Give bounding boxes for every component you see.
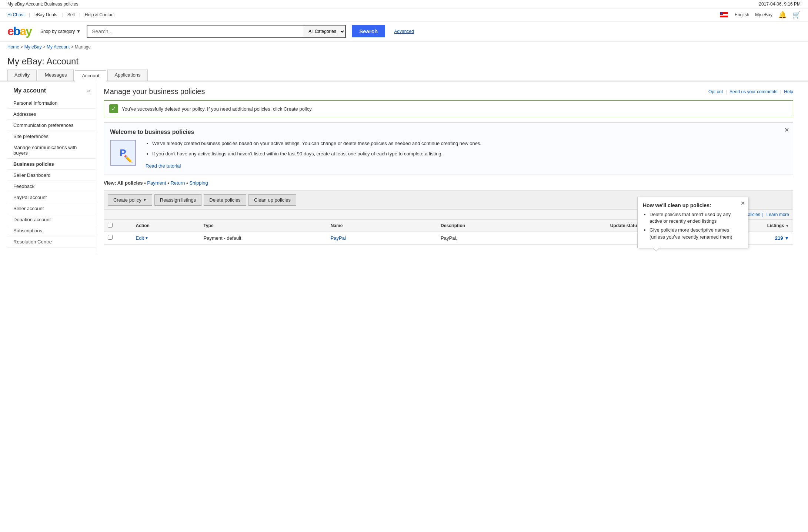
listings-dropdown-icon[interactable]: ▼: [784, 235, 789, 241]
shop-by-chevron-icon: ▼: [76, 29, 81, 34]
create-policy-button[interactable]: Create policy ▼: [108, 194, 152, 206]
search-bar: All Categories: [87, 25, 346, 38]
col-header-check: [104, 220, 132, 232]
row-checkbox[interactable]: [108, 235, 113, 240]
main-heading: My eBay: Account: [7, 56, 801, 67]
sidebar-item-communication-prefs[interactable]: Communication preferences: [7, 120, 96, 131]
success-message: You've successfully deleted your policy.…: [122, 106, 313, 112]
welcome-box: ✕ Welcome to business policies P ✏️ We'v…: [104, 122, 793, 175]
ebay-logo[interactable]: ebay: [7, 24, 31, 38]
sidebar-item-subscriptions[interactable]: Subscriptions: [7, 225, 96, 236]
select-all-checkbox[interactable]: [108, 223, 113, 228]
content-area: Manage your business policies Opt out | …: [96, 81, 801, 253]
sidebar-collapse-button[interactable]: «: [87, 88, 90, 94]
col-header-type: Type: [200, 220, 327, 232]
learn-more-link[interactable]: Learn more: [767, 212, 789, 217]
clean-up-policies-button[interactable]: Clean up policies: [248, 194, 296, 206]
page-datetime: 2017-04-06, 9:16 PM: [759, 1, 801, 7]
reassign-listings-button[interactable]: Reassign listings: [154, 194, 202, 206]
sidebar-item-manage-comms[interactable]: Manage communications with buyers: [7, 142, 96, 159]
sidebar-item-addresses[interactable]: Addresses: [7, 109, 96, 120]
greeting-link[interactable]: Hi Chris!: [7, 12, 24, 17]
view-shipping-link[interactable]: Shipping: [189, 180, 208, 186]
help-link[interactable]: Help: [784, 89, 793, 94]
page-title-bar: My eBay Account: Business policies 2017-…: [0, 0, 808, 9]
tooltip-bullet-1: Delete policies that aren't used by any …: [650, 211, 743, 225]
sidebar-title: My account: [13, 87, 46, 94]
svg-rect-2: [720, 16, 728, 18]
sidebar-item-seller-dashboard[interactable]: Seller Dashboard: [7, 170, 96, 181]
col-header-description: Description: [437, 220, 607, 232]
success-banner: ✓ You've successfully deleted your polic…: [104, 100, 793, 117]
content-links: Opt out | Send us your comments | Help: [708, 89, 793, 94]
sidebar-item-business-policies[interactable]: Business policies: [7, 159, 96, 170]
svg-text:+: +: [721, 13, 722, 15]
cleanup-tooltip: ✕ How we'll clean up policies: Delete po…: [637, 197, 748, 248]
tab-applications[interactable]: Applications: [107, 70, 147, 81]
welcome-icon: P ✏️: [110, 140, 140, 166]
myebay-link[interactable]: My eBay: [755, 12, 772, 17]
row-description: PayPal,: [437, 232, 607, 244]
breadcrumb-myebay[interactable]: My eBay: [24, 44, 42, 50]
ebay-deals-link[interactable]: eBay Deals: [34, 12, 57, 17]
tabs-row: Activity Messages Account Applications: [0, 67, 808, 81]
search-nav: ebay Shop by category ▼ All Categories S…: [0, 21, 808, 41]
policy-name-link[interactable]: PayPal: [331, 235, 346, 241]
sidebar-item-donation-account[interactable]: Donation account: [7, 214, 96, 225]
send-comments-link[interactable]: Send us your comments: [729, 89, 777, 94]
view-label: View:: [104, 180, 117, 186]
edit-link[interactable]: Edit ▼: [136, 235, 148, 241]
tooltip-bullets: Delete policies that aren't used by any …: [643, 211, 743, 240]
breadcrumb-myaccount[interactable]: My Account: [47, 44, 70, 50]
sidebar-item-seller-account[interactable]: Seller account: [7, 203, 96, 214]
create-policy-dropdown-arrow: ▼: [143, 198, 147, 202]
content-title: Manage your business policies: [104, 87, 205, 96]
tab-account[interactable]: Account: [75, 70, 106, 81]
breadcrumb-manage: Manage: [75, 44, 91, 50]
tooltip-bullet-2: Give policies more descriptive names (un…: [650, 227, 743, 240]
search-button[interactable]: Search: [352, 25, 385, 37]
shop-by-category[interactable]: Shop by category ▼: [40, 29, 81, 34]
listings-sort-icon[interactable]: ▼: [785, 224, 789, 228]
category-select[interactable]: All Categories: [304, 26, 345, 37]
search-input[interactable]: [87, 26, 304, 37]
flag-icon: +: [720, 12, 729, 18]
tab-messages[interactable]: Messages: [38, 70, 74, 81]
advanced-search-link[interactable]: Advanced: [394, 29, 414, 34]
sidebar-item-personal-info[interactable]: Personal information: [7, 98, 96, 109]
sidebar-item-site-prefs[interactable]: Site preferences: [7, 131, 96, 142]
tooltip-title: How we'll clean up policies:: [643, 202, 743, 208]
main-content: My account « Personal information Addres…: [0, 81, 808, 253]
welcome-close-button[interactable]: ✕: [784, 127, 789, 134]
breadcrumb: Home > My eBay > My Account > Manage: [0, 41, 808, 53]
welcome-title: Welcome to business policies: [110, 129, 787, 135]
top-nav: Hi Chris! | eBay Deals | Sell | Help & C…: [0, 9, 808, 21]
sidebar-item-feedback[interactable]: Feedback: [7, 181, 96, 192]
language-link[interactable]: English: [735, 12, 749, 17]
cart-icon[interactable]: 🛒: [792, 11, 801, 19]
delete-policies-button[interactable]: Delete policies: [204, 194, 246, 206]
view-return-link[interactable]: Return: [170, 180, 185, 186]
sidebar-item-resolution-centre[interactable]: Resolution Centre: [7, 236, 96, 248]
view-payment-link[interactable]: Payment: [147, 180, 166, 186]
view-filter: View: All policies • Payment • Return • …: [104, 180, 793, 186]
edit-dropdown-arrow[interactable]: ▼: [145, 236, 148, 240]
page-title: My eBay Account: Business policies: [7, 1, 78, 7]
content-header: Manage your business policies Opt out | …: [104, 87, 793, 96]
opt-out-link[interactable]: Opt out: [708, 89, 723, 94]
read-tutorial-link[interactable]: Read the tutorial: [146, 163, 181, 169]
sell-link[interactable]: Sell: [67, 12, 75, 17]
welcome-bullet-2: If you don't have any active listings an…: [152, 150, 787, 158]
tooltip-close-button[interactable]: ✕: [741, 200, 745, 206]
notifications-icon[interactable]: 🔔: [778, 11, 787, 19]
policy-icon-box: P ✏️: [110, 140, 136, 166]
tab-activity[interactable]: Activity: [7, 70, 37, 81]
breadcrumb-home[interactable]: Home: [7, 44, 19, 50]
col-header-action: Action: [132, 220, 200, 232]
row-type: Payment - default: [200, 232, 327, 244]
welcome-bullet-1: We've already created business policies …: [152, 140, 787, 147]
sidebar-item-paypal-account[interactable]: PayPal account: [7, 192, 96, 203]
page-heading: My eBay: Account: [0, 53, 808, 67]
help-contact-link[interactable]: Help & Contact: [85, 12, 115, 17]
view-all-policies[interactable]: All policies: [117, 180, 143, 186]
